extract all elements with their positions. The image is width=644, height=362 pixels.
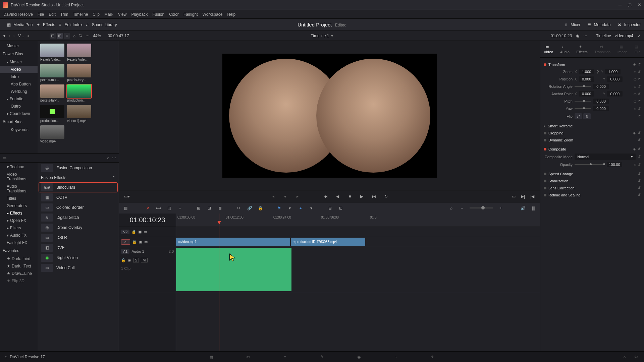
- smart-bins-header[interactable]: Smart Bins: [0, 117, 38, 126]
- fx-filters[interactable]: ▸Filters: [0, 224, 38, 232]
- menu-file[interactable]: File: [38, 12, 44, 17]
- play-icon[interactable]: ▶: [359, 193, 365, 199]
- page-deliver[interactable]: ✈: [429, 354, 436, 360]
- menu-help[interactable]: Help: [227, 12, 235, 17]
- auto-select-icon[interactable]: ▣: [138, 230, 142, 234]
- pos-x-input[interactable]: 0.000: [579, 76, 594, 82]
- page-fairlight[interactable]: ♪: [392, 354, 399, 360]
- insert-icon[interactable]: ⊞: [196, 205, 202, 211]
- keyframe-icon[interactable]: ◇: [634, 163, 636, 167]
- view-strip-icon[interactable]: ⊟: [50, 33, 56, 39]
- chevron-down-icon[interactable]: ▾: [331, 34, 333, 38]
- reset-icon[interactable]: ↺: [638, 172, 641, 176]
- selection-tool-icon[interactable]: ➚: [145, 205, 151, 211]
- keyframe-icon[interactable]: ◇: [634, 107, 636, 111]
- fx-fav[interactable]: ★ Dark...hird: [0, 255, 38, 262]
- home-button[interactable]: ⌂: [621, 354, 628, 360]
- in-out-icon[interactable]: ▭▾: [124, 193, 130, 199]
- lock-icon[interactable]: 🔒: [132, 240, 137, 244]
- fx-video-trans[interactable]: Video Transitions: [0, 171, 38, 183]
- fx-search-icon[interactable]: ⌕: [107, 156, 109, 160]
- section-lens[interactable]: Lens Correction↺: [544, 184, 641, 191]
- play-reverse-icon[interactable]: ◀: [335, 193, 341, 199]
- fx-colored-border[interactable]: ▭Colored Border: [39, 203, 117, 212]
- fx-cctv[interactable]: ▦CCTV: [39, 193, 117, 202]
- page-fusion[interactable]: ✎: [319, 354, 325, 360]
- page-edit[interactable]: ≡: [282, 354, 288, 360]
- tab-transition[interactable]: ⧓Transition: [594, 45, 610, 54]
- match-frame-icon[interactable]: ▭: [511, 193, 517, 199]
- toggle-edit-index[interactable]: ≡Edit Index: [57, 22, 83, 27]
- section-stabilization[interactable]: Stabilization↺: [544, 177, 641, 184]
- nav-back-icon[interactable]: ‹: [9, 34, 10, 38]
- minimize-button[interactable]: ─: [619, 2, 622, 7]
- prev-edit-icon[interactable]: ◂: [270, 193, 276, 199]
- lock-icon[interactable]: 🔒: [257, 205, 263, 211]
- track-v2[interactable]: [176, 227, 540, 237]
- close-button[interactable]: ✕: [638, 2, 641, 7]
- tab-audio[interactable]: ♪Audio: [560, 45, 570, 54]
- trim-tool-icon[interactable]: ⟷: [155, 205, 161, 211]
- reset-icon[interactable]: ↺: [638, 155, 641, 159]
- menu-timeline[interactable]: Timeline: [73, 12, 88, 17]
- stop-icon[interactable]: ■: [347, 193, 353, 199]
- menu-edit[interactable]: Edit: [49, 12, 56, 17]
- toggle-mixer[interactable]: ⎍Mixer: [563, 22, 580, 27]
- fx-effects[interactable]: ▸Effects: [0, 209, 38, 217]
- next-edit-icon[interactable]: ▸: [294, 193, 301, 199]
- jump-end-icon[interactable]: ⏭: [371, 193, 377, 199]
- zoom-x-input[interactable]: 1.000: [579, 69, 594, 74]
- fx-binoculars[interactable]: ◉◉Binoculars: [39, 183, 117, 192]
- reset-icon[interactable]: ↺: [638, 193, 641, 197]
- fx-openfx[interactable]: ▾Open FX: [0, 217, 38, 224]
- fx-fav[interactable]: ★ Draw...Line: [0, 270, 38, 277]
- menu-app[interactable]: DaVinci Resolve: [3, 12, 33, 17]
- panel-toggle-icon[interactable]: ▭: [3, 156, 6, 160]
- fx-options-icon[interactable]: ⋯: [112, 156, 116, 160]
- power-bins-header[interactable]: Power Bins: [0, 50, 38, 58]
- bin-abo[interactable]: Abo Button: [0, 80, 38, 88]
- flip-v-button[interactable]: ⇅: [583, 113, 591, 119]
- tab-effects[interactable]: ✦Effects: [576, 45, 587, 54]
- page-cut[interactable]: ✂: [245, 354, 252, 360]
- flip-h-button[interactable]: ⇄: [575, 113, 582, 119]
- clip-thumb[interactable]: pexels-tary...: [40, 84, 64, 102]
- pitch-input[interactable]: 0.000: [593, 99, 609, 104]
- prev-clip-icon[interactable]: |◀: [529, 193, 535, 199]
- bin-master-root[interactable]: Master: [0, 42, 38, 50]
- flag-icon[interactable]: ⚑: [276, 205, 282, 211]
- chevron-down-icon[interactable]: ▾: [287, 205, 293, 211]
- track-v1[interactable]: ⊞ video.mp4 ✧ production ID 4763035.mp4: [176, 237, 540, 247]
- zoom-y-input[interactable]: 1.000: [605, 69, 621, 74]
- zoom-in-icon[interactable]: +: [498, 205, 504, 211]
- options-icon[interactable]: ⋯: [86, 34, 90, 38]
- clip-thumb[interactable]: pexels-tary...: [67, 64, 91, 82]
- reset-icon[interactable]: ↺: [638, 131, 641, 135]
- page-color[interactable]: ◉: [356, 354, 362, 360]
- menu-mark[interactable]: Mark: [104, 12, 113, 17]
- project-settings-icon[interactable]: ⚙: [633, 354, 639, 360]
- jump-start-icon[interactable]: ⏮: [323, 193, 329, 199]
- fx-fav[interactable]: ★ Flip 3D: [0, 277, 38, 285]
- playhead[interactable]: [219, 214, 219, 351]
- dynamic-trim-icon[interactable]: ◫: [166, 205, 172, 211]
- reset-icon[interactable]: ↺: [638, 186, 641, 190]
- timeline-ruler[interactable]: 01:00:00:00 01:00:12:00 01:00:24:00 01:0…: [176, 214, 540, 227]
- anchor-y-input[interactable]: 0.000: [607, 91, 623, 97]
- meter-icon[interactable]: |||: [531, 205, 537, 211]
- section-dynamic-zoom[interactable]: Dynamic Zoom↺: [544, 136, 641, 143]
- reset-icon[interactable]: ↺: [638, 147, 641, 151]
- menu-fusion[interactable]: Fusion: [152, 12, 164, 17]
- menu-view[interactable]: View: [118, 12, 127, 17]
- keyframe-icon[interactable]: ◇: [634, 99, 636, 104]
- keyframe-icon[interactable]: ◈: [633, 131, 636, 135]
- fx-generators[interactable]: Generators: [0, 202, 38, 209]
- reset-icon[interactable]: ↺: [638, 84, 641, 89]
- snapping-icon[interactable]: ⊟: [327, 205, 333, 211]
- fx-night-vision[interactable]: ◉Night Vision: [39, 253, 117, 262]
- clip-thumb[interactable]: Pexels Vide...: [40, 44, 64, 61]
- marker-icon[interactable]: ●: [298, 205, 304, 211]
- collapse-icon[interactable]: ⌃: [112, 175, 115, 180]
- keyframe-icon[interactable]: ◇: [634, 70, 636, 74]
- track-a1[interactable]: [176, 247, 540, 292]
